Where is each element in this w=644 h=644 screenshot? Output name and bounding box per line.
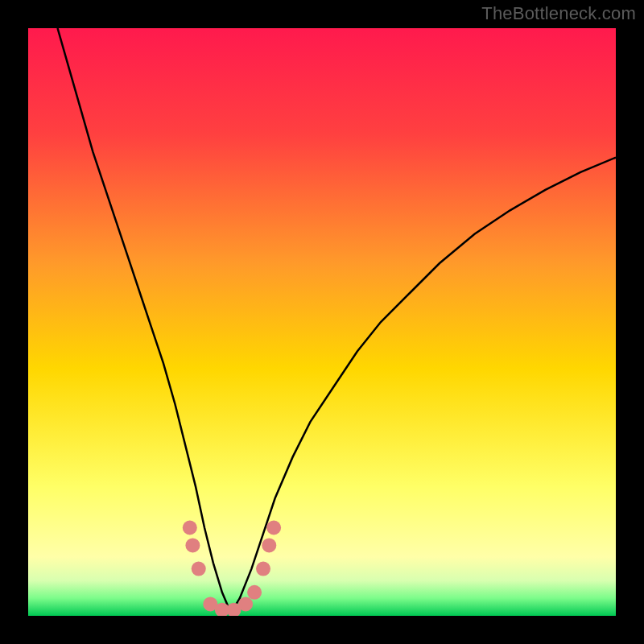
marker-dot [192,562,206,576]
marker-dot [185,538,200,552]
marker-dot [256,562,270,576]
marker-dot [238,597,253,611]
bottleneck-chart [28,28,616,616]
gradient-background [28,28,616,616]
marker-dot [266,521,281,535]
marker-dot [262,538,276,552]
watermark-text: TheBottleneck.com [481,3,636,24]
marker-dot [247,585,262,600]
chart-frame: TheBottleneck.com [0,0,644,644]
marker-dot [183,521,197,535]
